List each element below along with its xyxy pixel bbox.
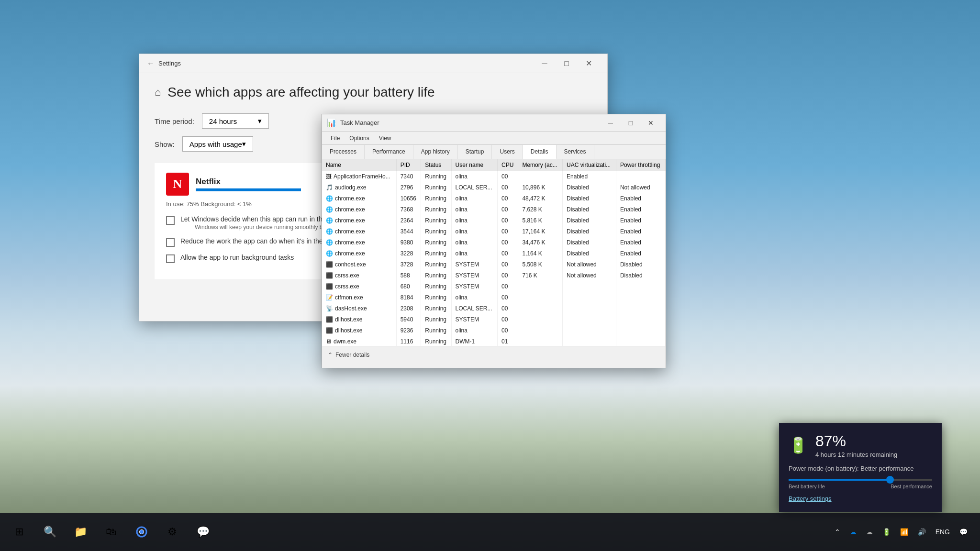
cell-pid: 2364 xyxy=(396,215,421,226)
cell-status: Running xyxy=(421,292,451,303)
cell-user: olina xyxy=(451,215,497,226)
table-row[interactable]: 🌐chrome.exe 3228 Running olina 00 1,164 … xyxy=(322,248,666,259)
cell-pid: 3228 xyxy=(396,248,421,259)
tab-app-history[interactable]: App history xyxy=(413,145,458,159)
col-cpu[interactable]: CPU xyxy=(497,159,518,171)
tab-users[interactable]: Users xyxy=(492,145,523,159)
checkbox-1[interactable] xyxy=(166,216,175,225)
close-button[interactable]: ✕ xyxy=(578,54,600,73)
cell-cpu: 00 xyxy=(497,270,518,281)
tm-menu-file[interactable]: File xyxy=(326,133,345,143)
table-row[interactable]: ⬛conhost.exe 3728 Running SYSTEM 00 5,50… xyxy=(322,259,666,270)
table-row[interactable]: ⬛dllhost.exe 5940 Running SYSTEM 00 xyxy=(322,314,666,325)
onedrive-button[interactable]: ☁ xyxy=(847,526,859,538)
col-pid[interactable]: PID xyxy=(396,159,421,171)
cell-uac xyxy=(563,292,616,303)
cell-power xyxy=(616,171,665,182)
tm-table-container[interactable]: Name PID Status User name CPU Memory (ac… xyxy=(322,159,666,346)
tm-fewer-details[interactable]: ⌃ Fewer details xyxy=(322,346,666,363)
checkbox-2[interactable] xyxy=(166,238,175,247)
cell-user: DWM-1 xyxy=(451,336,497,346)
battery-button[interactable]: 🔋 xyxy=(880,526,893,538)
chrome-button[interactable] xyxy=(126,517,157,547)
tab-processes[interactable]: Processes xyxy=(322,145,365,159)
table-row[interactable]: 🌐chrome.exe 7368 Running olina 00 7,628 … xyxy=(322,204,666,215)
battery-slider-track xyxy=(789,479,932,481)
tm-minimize-button[interactable]: ─ xyxy=(601,114,621,132)
tab-performance[interactable]: Performance xyxy=(365,145,413,159)
table-row[interactable]: 🌐chrome.exe 3544 Running olina 00 17,164… xyxy=(322,226,666,237)
tm-maximize-button[interactable]: □ xyxy=(621,114,641,132)
tm-menu-view[interactable]: View xyxy=(374,133,396,143)
cell-memory: 1,164 K xyxy=(518,248,563,259)
time-period-dropdown[interactable]: 24 hours ▾ xyxy=(202,113,269,129)
table-row[interactable]: 🖥dwm.exe 1116 Running DWM-1 01 xyxy=(322,336,666,346)
table-row[interactable]: 🌐chrome.exe 10656 Running olina 00 48,47… xyxy=(322,193,666,204)
tab-details[interactable]: Details xyxy=(523,145,557,159)
checkbox-label-3: Allow the app to run background tasks xyxy=(180,253,294,261)
cell-memory xyxy=(518,171,563,182)
table-row[interactable]: ⬛dllhost.exe 9236 Running olina 00 xyxy=(322,325,666,336)
start-icon: ⊞ xyxy=(11,523,28,540)
notification-button[interactable]: 💬 xyxy=(957,526,970,538)
battery-settings-link[interactable]: Battery settings xyxy=(789,495,932,502)
col-name[interactable]: Name xyxy=(322,159,396,171)
table-row[interactable]: ⬛csrss.exe 588 Running SYSTEM 00 716 K N… xyxy=(322,270,666,281)
onedrive2-button[interactable]: ☁ xyxy=(863,526,876,538)
col-user[interactable]: User name xyxy=(451,159,497,171)
network-icon: 📶 xyxy=(900,528,908,536)
col-memory[interactable]: Memory (ac... xyxy=(518,159,563,171)
battery-time-remaining: 4 hours 12 minutes remaining xyxy=(815,451,897,458)
back-icon[interactable]: ← xyxy=(147,59,155,68)
table-row[interactable]: 🎵audiodg.exe 2796 Running LOCAL SER... 0… xyxy=(322,182,666,193)
network-button[interactable]: 📶 xyxy=(897,526,911,538)
hidden-icons-button[interactable]: ⌃ xyxy=(832,526,843,538)
tm-footer-label: Fewer details xyxy=(335,352,369,358)
checkbox-3[interactable] xyxy=(166,254,175,263)
feedback-button[interactable]: 💬 xyxy=(188,517,218,547)
search-button[interactable]: 🔍 xyxy=(34,517,65,547)
cell-uac: Disabled xyxy=(563,182,616,193)
table-row[interactable]: 🖼ApplicationFrameHo... 7340 Running olin… xyxy=(322,171,666,182)
minimize-button[interactable]: ─ xyxy=(534,54,556,73)
volume-button[interactable]: 🔊 xyxy=(915,526,929,538)
cell-name: 🌐chrome.exe xyxy=(322,215,396,226)
home-icon[interactable]: ⌂ xyxy=(155,86,161,99)
table-row[interactable]: 🌐chrome.exe 2364 Running olina 00 5,816 … xyxy=(322,215,666,226)
volume-icon: 🔊 xyxy=(918,528,926,536)
chevron-icon: ⌃ xyxy=(835,528,840,536)
show-dropdown[interactable]: Apps with usage ▾ xyxy=(182,136,253,152)
col-uac[interactable]: UAC virtualizati... xyxy=(563,159,616,171)
cell-pid: 1116 xyxy=(396,336,421,346)
store-button[interactable]: 🛍 xyxy=(96,517,126,547)
language-button[interactable]: ENG xyxy=(933,526,953,538)
battery-slider-container[interactable]: Best battery life Best performance xyxy=(789,479,932,489)
table-row[interactable]: 📝ctfmon.exe 8184 Running olina 00 xyxy=(322,292,666,303)
cell-memory xyxy=(518,325,563,336)
folder-icon: 📁 xyxy=(72,523,89,540)
table-row[interactable]: 📡dasHost.exe 2308 Running LOCAL SER... 0… xyxy=(322,303,666,314)
table-row[interactable]: 🌐chrome.exe 9380 Running olina 00 34,476… xyxy=(322,237,666,248)
tm-menu-options[interactable]: Options xyxy=(345,133,374,143)
app-icon: N xyxy=(166,173,189,196)
taskbar-right: ⌃ ☁ ☁ 🔋 📶 🔊 ENG 💬 xyxy=(832,526,976,538)
desktop: ← Settings ─ □ ✕ ⌂ See which apps are af… xyxy=(0,0,980,551)
tm-close-button[interactable]: ✕ xyxy=(641,114,661,132)
tab-startup[interactable]: Startup xyxy=(458,145,492,159)
settings-button[interactable]: ⚙ xyxy=(157,517,188,547)
cell-uac: Not allowed xyxy=(563,259,616,270)
col-status[interactable]: Status xyxy=(421,159,451,171)
maximize-button[interactable]: □ xyxy=(556,54,578,73)
file-explorer-button[interactable]: 📁 xyxy=(65,517,96,547)
battery-big-icon: 🔋 xyxy=(789,436,808,454)
tab-services[interactable]: Services xyxy=(557,145,594,159)
cell-memory: 10,896 K xyxy=(518,182,563,193)
show-label: Show: xyxy=(155,140,175,148)
table-row[interactable]: ⬛csrss.exe 680 Running SYSTEM 00 xyxy=(322,281,666,292)
start-button[interactable]: ⊞ xyxy=(4,517,34,547)
cell-cpu: 00 xyxy=(497,193,518,204)
col-power[interactable]: Power throttling xyxy=(616,159,665,171)
cell-memory xyxy=(518,314,563,325)
cell-memory xyxy=(518,336,563,346)
cell-uac: Disabled xyxy=(563,193,616,204)
